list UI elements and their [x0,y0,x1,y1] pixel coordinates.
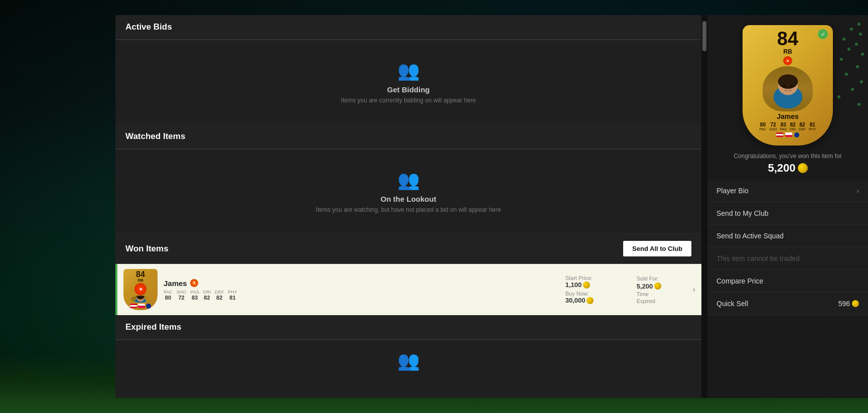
player-card-mini: 84 RB ★ [123,269,158,310]
card-large-rating: 84 [777,29,798,48]
time-label: Time [637,291,687,297]
start-price-group: Start Price: 1,100 [565,275,626,289]
player-large-avatar-svg [764,66,812,111]
svg-point-8 [783,85,785,87]
club-badge [146,304,151,309]
quick-sell-action[interactable]: Quick Sell 596 [707,293,868,315]
active-bids-empty-title: Get Bidding [387,85,430,94]
card-flags [130,304,151,309]
watched-items-empty-title: On the Lookout [381,195,437,203]
player-bio-label: Player Bio [716,187,749,195]
stat-def: DEF 82 [215,290,224,301]
card-large-flags [776,132,799,137]
sold-for-value: 5,200 [637,283,687,290]
dot5 [855,43,858,46]
row-chevron-icon: › [693,285,695,294]
coin-icon-won [798,163,808,173]
svg-point-3 [138,298,139,299]
active-bids-empty: 👥 Get Bidding Items you are currently bi… [115,40,701,124]
send-to-squad-label: Send to Active Squad [716,232,784,240]
watched-items-title: Watched Items [125,131,185,142]
dot6 [847,48,850,51]
england-flag [130,304,137,308]
sold-section: Sold For: 5,200 Time Expired [637,276,687,304]
player-bio-action[interactable]: Player Bio › [707,180,868,202]
watched-items-empty: 👥 On the Lookout Items you are watching,… [115,150,701,234]
sold-for-label: Sold For: [637,276,687,282]
expired-section: 👥 [115,340,701,398]
expired-items-title: Expired Items [125,322,182,332]
league-flag [138,304,145,308]
stat-sho-value: 72 [178,295,184,301]
dot2 [850,28,853,31]
won-price-row: 5,200 [707,162,868,180]
large-england-flag [776,132,783,137]
watched-items-icon: 👥 [397,170,420,191]
player-name-row: James ⚗ [164,279,559,288]
coin-icon-quick-sell [852,300,859,307]
large-stat-sho: 72 SHO [769,122,777,131]
card-large-position: RB [783,48,792,55]
dot1 [857,23,860,26]
player-avatar-svg [131,296,150,303]
dot8 [840,58,843,61]
stat-dri-label: DRI [203,290,211,295]
card-large-icons: ▼ [783,56,792,65]
coin-icon-buy [587,297,594,304]
svg-point-7 [778,74,798,89]
stat-dri: DRI 82 [203,290,211,301]
card-rating: 84 [136,270,145,279]
check-badge: ✓ [818,29,828,39]
card-large-background: ✓ 84 RB ▼ James [743,25,833,146]
send-all-to-club-button[interactable]: Send All to Club [623,241,691,256]
dot7 [861,53,864,56]
stat-pas: PAS 83 [190,290,199,301]
buy-now-value: 30,000 [565,297,626,304]
card-position: RB [137,279,143,283]
cannot-trade-label: This item cannot be traded [716,254,800,262]
large-club-badge [794,132,799,137]
expired-icon: 👥 [397,350,420,371]
scrollbar-thumb[interactable] [702,21,706,51]
card-background: 84 RB ★ [123,269,158,310]
won-items-title: Won Items [125,244,169,254]
compare-price-action[interactable]: Compare Price [707,270,868,293]
scrollbar[interactable] [701,15,707,398]
start-price-label: Start Price: [565,275,626,281]
quick-sell-value: 596 [838,300,850,308]
dot3 [859,33,862,36]
stat-phy-label: PHY [228,290,237,295]
won-price: 5,200 [768,162,795,175]
send-to-club-action[interactable]: Send to My Club [707,202,868,225]
buy-now-group: Buy Now: 30,000 [565,291,626,304]
player-name: James [164,279,187,288]
stat-def-label: DEF [215,290,224,295]
stat-sho-label: SHO [177,290,187,295]
active-bids-icon: 👥 [397,60,420,81]
stat-def-value: 82 [216,295,222,301]
dot10 [845,73,848,76]
large-league-flag [785,132,792,137]
compare-price-label: Compare Price [716,277,763,285]
card-large-face [763,66,813,111]
player-info: James ⚗ PAC 80 SHO 72 PAS 83 [164,279,559,301]
start-price-value: 1,100 [565,281,626,289]
price-section: Start Price: 1,100 Buy Now: 30,000 [565,275,626,304]
large-stat-pas: 83 PAS [780,122,787,131]
large-stat-dri: 82 DRI [790,122,796,131]
coin-icon-sold [654,283,661,290]
stat-dri-value: 82 [204,295,210,301]
stat-pac-value: 80 [165,295,171,301]
stat-sho: SHO 72 [177,290,187,301]
card-icons-row: ★ [134,283,147,295]
stat-pas-value: 83 [192,295,198,301]
card-face [131,296,150,303]
player-row[interactable]: 84 RB ★ [115,264,701,315]
send-to-squad-action[interactable]: Send to Active Squad [707,225,868,247]
svg-point-4 [141,298,142,299]
stat-pac-label: PAC [164,290,173,295]
dot4 [842,38,845,41]
right-panel: ✓ 84 RB ▼ James [707,15,868,398]
card-large-name: James [777,112,799,120]
congrats-text: Congratulations, you've won this item fo… [707,151,868,162]
